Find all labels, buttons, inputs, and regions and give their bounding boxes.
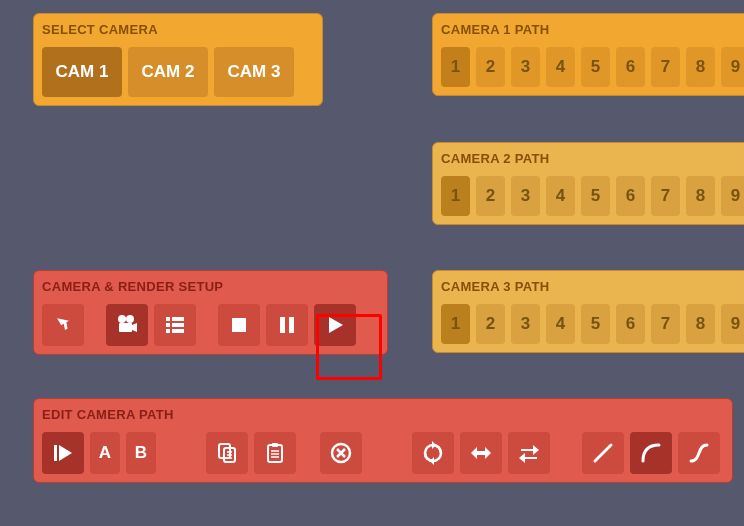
render-setup-title: CAMERA & RENDER SETUP	[42, 279, 379, 294]
linear-button[interactable]	[582, 432, 624, 474]
camera-2-path-panel: CAMERA 2 PATH 1 2 3 4 5 6 7 8 9	[432, 142, 744, 225]
line-icon	[591, 441, 615, 465]
a-label: A	[99, 443, 111, 463]
edit-path-row: A B	[42, 432, 724, 474]
camera-1-path-row: 1 2 3 4 5 6 7 8 9	[441, 47, 744, 87]
path1-step-4[interactable]: 4	[546, 47, 575, 87]
path1-step-2[interactable]: 2	[476, 47, 505, 87]
play-from-button[interactable]	[42, 432, 84, 474]
point-b-button[interactable]: B	[126, 432, 156, 474]
pause-button[interactable]	[266, 304, 308, 346]
path1-step-5[interactable]: 5	[581, 47, 610, 87]
stop-icon	[227, 313, 251, 337]
close-circle-icon	[329, 441, 353, 465]
path3-step-5[interactable]: 5	[581, 304, 610, 344]
svg-rect-9	[232, 318, 246, 332]
svg-rect-3	[166, 317, 170, 321]
path1-step-9[interactable]: 9	[721, 47, 744, 87]
render-setup-row	[42, 304, 379, 346]
list-button[interactable]	[154, 304, 196, 346]
svg-rect-26	[476, 451, 486, 455]
path3-step-6[interactable]: 6	[616, 304, 645, 344]
camera-3-path-row: 1 2 3 4 5 6 7 8 9	[441, 304, 744, 344]
play-button[interactable]	[314, 304, 356, 346]
b-label: B	[135, 443, 147, 463]
horizontal-move-button[interactable]	[460, 432, 502, 474]
path2-step-8[interactable]: 8	[686, 176, 715, 216]
path3-step-9[interactable]: 9	[721, 304, 744, 344]
paste-button[interactable]	[254, 432, 296, 474]
edit-camera-path-panel: EDIT CAMERA PATH A B	[33, 398, 733, 483]
swap-button[interactable]	[508, 432, 550, 474]
point-a-button[interactable]: A	[90, 432, 120, 474]
film-camera-icon	[115, 313, 139, 337]
pause-icon	[275, 313, 299, 337]
select-camera-title: SELECT CAMERA	[42, 22, 314, 37]
path1-step-7[interactable]: 7	[651, 47, 680, 87]
camera-1-path-panel: CAMERA 1 PATH 1 2 3 4 5 6 7 8 9	[432, 13, 744, 96]
path3-step-7[interactable]: 7	[651, 304, 680, 344]
delete-button[interactable]	[320, 432, 362, 474]
svg-rect-5	[166, 323, 170, 327]
svg-rect-7	[166, 329, 170, 333]
path2-step-9[interactable]: 9	[721, 176, 744, 216]
path1-step-3[interactable]: 3	[511, 47, 540, 87]
svg-rect-8	[172, 329, 184, 333]
svg-point-0	[118, 315, 126, 323]
camera-2-path-row: 1 2 3 4 5 6 7 8 9	[441, 176, 744, 216]
camera-1-path-title: CAMERA 1 PATH	[441, 22, 744, 37]
path2-step-3[interactable]: 3	[511, 176, 540, 216]
s-curve-icon	[687, 441, 711, 465]
svg-rect-19	[272, 443, 278, 447]
curve-icon	[639, 441, 663, 465]
curve-button[interactable]	[630, 432, 672, 474]
loop-button[interactable]	[412, 432, 454, 474]
svg-rect-4	[172, 317, 184, 321]
list-icon	[163, 313, 187, 337]
svg-rect-6	[172, 323, 184, 327]
copy-icon	[215, 441, 239, 465]
select-camera-panel: SELECT CAMERA CAM 1 CAM 2 CAM 3	[33, 13, 323, 106]
path1-step-6[interactable]: 6	[616, 47, 645, 87]
path2-step-5[interactable]: 5	[581, 176, 610, 216]
camera-3-path-panel: CAMERA 3 PATH 1 2 3 4 5 6 7 8 9	[432, 270, 744, 353]
mouse-button[interactable]	[42, 304, 84, 346]
copy-button[interactable]	[206, 432, 248, 474]
path2-step-4[interactable]: 4	[546, 176, 575, 216]
path3-step-1[interactable]: 1	[441, 304, 470, 344]
svg-rect-11	[289, 317, 294, 333]
path1-step-8[interactable]: 8	[686, 47, 715, 87]
svg-rect-10	[280, 317, 285, 333]
swap-icon	[517, 441, 541, 465]
svg-rect-12	[54, 445, 57, 461]
stop-button[interactable]	[218, 304, 260, 346]
svg-point-1	[126, 315, 134, 323]
s-curve-button[interactable]	[678, 432, 720, 474]
play-icon	[323, 313, 347, 337]
path2-step-7[interactable]: 7	[651, 176, 680, 216]
path2-step-1[interactable]: 1	[441, 176, 470, 216]
mouse-icon	[51, 313, 75, 337]
cam-3-button[interactable]: CAM 3	[214, 47, 294, 97]
camera-3-path-title: CAMERA 3 PATH	[441, 279, 744, 294]
play-from-icon	[51, 441, 75, 465]
camera-2-path-title: CAMERA 2 PATH	[441, 151, 744, 166]
cam-1-button[interactable]: CAM 1	[42, 47, 122, 97]
svg-line-27	[595, 445, 611, 461]
clipboard-icon	[263, 441, 287, 465]
path3-step-8[interactable]: 8	[686, 304, 715, 344]
path3-step-2[interactable]: 2	[476, 304, 505, 344]
camera-render-setup-panel: CAMERA & RENDER SETUP	[33, 270, 388, 355]
svg-rect-2	[119, 323, 132, 332]
path3-step-4[interactable]: 4	[546, 304, 575, 344]
edit-path-title: EDIT CAMERA PATH	[42, 407, 724, 422]
cam-2-button[interactable]: CAM 2	[128, 47, 208, 97]
arrows-horizontal-icon	[469, 441, 493, 465]
path2-step-2[interactable]: 2	[476, 176, 505, 216]
camera-button[interactable]	[106, 304, 148, 346]
path3-step-3[interactable]: 3	[511, 304, 540, 344]
loop-icon	[421, 441, 445, 465]
path2-step-6[interactable]: 6	[616, 176, 645, 216]
path1-step-1[interactable]: 1	[441, 47, 470, 87]
camera-button-row: CAM 1 CAM 2 CAM 3	[42, 47, 314, 97]
